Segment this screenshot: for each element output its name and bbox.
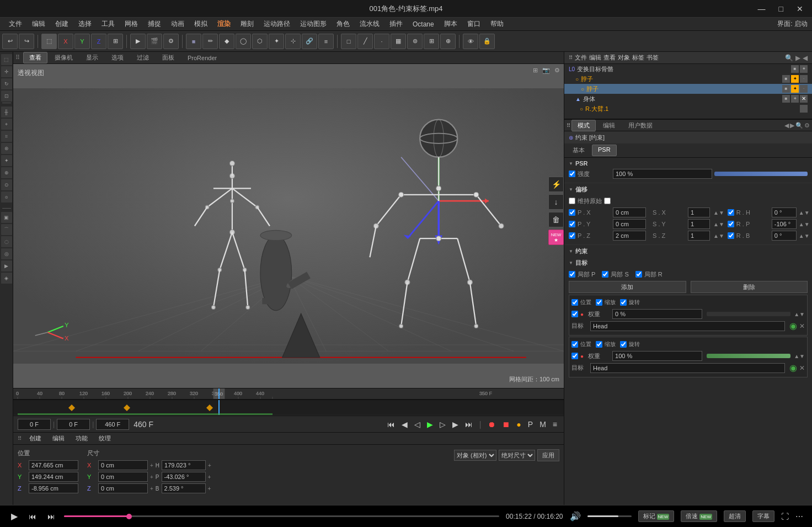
- lt-ik[interactable]: ⌖: [1, 119, 12, 130]
- sx-value[interactable]: [688, 207, 710, 217]
- transport-stop[interactable]: ⏹: [500, 419, 512, 430]
- obj-vis-neck2-2[interactable]: ✦: [791, 85, 799, 93]
- pos-z-input[interactable]: [29, 483, 78, 493]
- download-button[interactable]: ↓: [548, 194, 564, 210]
- cube-tool[interactable]: ■: [186, 34, 201, 49]
- transport-play[interactable]: ▶: [425, 419, 435, 430]
- transport-motion[interactable]: M: [537, 419, 548, 430]
- t1-target-input[interactable]: [590, 321, 785, 331]
- marker-button[interactable]: 标记 NEW: [638, 510, 675, 522]
- sy-value[interactable]: [688, 219, 710, 229]
- t2-scale-checkbox[interactable]: [596, 341, 602, 348]
- obj-row-transform[interactable]: L0 变换目标骨骼 ■ ✦: [564, 64, 812, 74]
- polygon-tool[interactable]: ◆: [219, 34, 234, 49]
- rh-spin[interactable]: ▲▼: [799, 210, 810, 216]
- grid-tool[interactable]: ⊞: [424, 34, 439, 49]
- vt-settings[interactable]: ⚙: [553, 66, 562, 74]
- menu-motionpath[interactable]: 运动路径: [259, 18, 295, 30]
- fullscreen-button[interactable]: ⛶: [781, 512, 789, 521]
- menu-character[interactable]: 角色: [332, 18, 354, 30]
- edit-mode[interactable]: ✏: [202, 34, 218, 49]
- menu-octane[interactable]: Octane: [408, 19, 439, 29]
- tab-psr[interactable]: PSR: [592, 145, 617, 156]
- menu-help[interactable]: 帮助: [486, 18, 508, 30]
- obj-row-r-upper-arm[interactable]: ○ R.大臂.1: [564, 104, 812, 114]
- video-progress-bar[interactable]: [64, 515, 499, 517]
- select-tool[interactable]: ⬚: [41, 34, 57, 49]
- t1-pos-checkbox[interactable]: [571, 299, 578, 306]
- rp-spin[interactable]: ▲▼: [799, 221, 810, 227]
- bone-tool[interactable]: 🔗: [302, 34, 317, 49]
- strength-slider[interactable]: [714, 172, 808, 176]
- expand-button[interactable]: ⋯: [795, 512, 803, 521]
- lt-nurbs[interactable]: ◌: [1, 236, 12, 247]
- t1-target-clear[interactable]: ✕: [799, 322, 805, 330]
- transport-to-end[interactable]: ⏭: [463, 419, 475, 430]
- subtitle-button[interactable]: 字幕: [752, 510, 774, 522]
- transport-prev-key[interactable]: ◀: [399, 419, 410, 430]
- rp-value[interactable]: [772, 219, 797, 229]
- coord-absolute-select[interactable]: 绝对尺寸: [499, 450, 535, 461]
- t1-scale-checkbox[interactable]: [596, 299, 602, 306]
- obj-vis-neck2-3[interactable]: ·: [800, 85, 808, 93]
- size-y-input[interactable]: [98, 472, 148, 482]
- bottom-functions[interactable]: 功能: [72, 434, 91, 443]
- maintain-checkbox[interactable]: [569, 198, 575, 204]
- viewport-3d[interactable]: 透视视图 ⊞ 📷 ⚙: [13, 64, 564, 388]
- view-tab[interactable]: 查看: [603, 54, 616, 62]
- lt-brush[interactable]: ⊙: [1, 179, 12, 190]
- bottom-texture[interactable]: 纹理: [95, 434, 114, 443]
- lt-paint[interactable]: ⌾: [1, 191, 12, 203]
- obj-vis-neck1-2[interactable]: ✦: [791, 75, 799, 83]
- obj-vis-body-3[interactable]: ✕: [800, 95, 808, 103]
- menu-edit[interactable]: 编辑: [28, 18, 50, 30]
- volume-icon[interactable]: 🔊: [570, 511, 581, 521]
- tag-tab[interactable]: 标签: [632, 54, 644, 62]
- menu-mesh[interactable]: 网格: [120, 18, 142, 30]
- video-prev-button[interactable]: ⏮: [26, 511, 39, 522]
- viewport-tab-panel[interactable]: 面板: [156, 52, 180, 63]
- menu-snap[interactable]: 捕捉: [143, 18, 165, 30]
- t1-weight-spin[interactable]: ▲▼: [794, 311, 805, 317]
- menu-mograph[interactable]: 运动图形: [296, 18, 331, 30]
- viewport-tab-display[interactable]: 显示: [80, 52, 104, 63]
- lt-constraint[interactable]: ⊛: [1, 143, 12, 154]
- lt-weight[interactable]: ⊕: [1, 167, 12, 178]
- new-button[interactable]: NEW ★: [548, 230, 564, 245]
- rh-checkbox[interactable]: [728, 209, 734, 216]
- menu-plugins[interactable]: 插件: [385, 18, 407, 30]
- rb-checkbox[interactable]: [728, 232, 734, 239]
- quality-button[interactable]: 超清: [724, 510, 746, 522]
- bottom-create[interactable]: 创建: [26, 434, 45, 443]
- display-tool[interactable]: 👁: [463, 34, 478, 49]
- vertex-mode[interactable]: ·: [374, 34, 389, 49]
- py-checkbox[interactable]: [569, 221, 575, 227]
- obj-vis-neck2-1[interactable]: ■: [782, 85, 790, 93]
- edge-mode[interactable]: ╱: [357, 34, 373, 49]
- lt-move[interactable]: ✛: [1, 66, 12, 77]
- search-icon[interactable]: 🔍: [785, 54, 793, 62]
- px-value[interactable]: [613, 207, 646, 217]
- object-mode[interactable]: □: [341, 34, 356, 49]
- t2-weight-spin[interactable]: ▲▼: [794, 353, 805, 359]
- lt-scale[interactable]: ⊡: [1, 91, 12, 102]
- strength-value[interactable]: [613, 169, 712, 179]
- size-x-input[interactable]: [98, 460, 148, 470]
- lt-spline[interactable]: ⌒: [1, 224, 12, 235]
- tab-basic[interactable]: 基本: [567, 145, 591, 156]
- render-button[interactable]: 🎬: [147, 34, 162, 49]
- settings-icon[interactable]: ▶: [795, 54, 800, 62]
- t1-weight-value[interactable]: [612, 309, 702, 319]
- t2-weight-checkbox[interactable]: [571, 353, 578, 359]
- props-search[interactable]: 🔍: [795, 122, 803, 129]
- move-x-button[interactable]: X: [58, 34, 73, 49]
- py-value[interactable]: [613, 219, 646, 229]
- video-next-button[interactable]: ⏭: [45, 511, 57, 522]
- menu-scripts[interactable]: 脚本: [440, 18, 462, 30]
- obj-row-body[interactable]: ▲ 身体 ■ ✦ ✕: [564, 94, 812, 104]
- t1-rot-checkbox[interactable]: [620, 299, 627, 306]
- t2-target-pick[interactable]: ◉: [789, 363, 797, 373]
- sz-spin[interactable]: ▲▼: [713, 233, 724, 239]
- rot-p-input[interactable]: [162, 472, 206, 482]
- obj-vis-1[interactable]: ■: [791, 65, 799, 73]
